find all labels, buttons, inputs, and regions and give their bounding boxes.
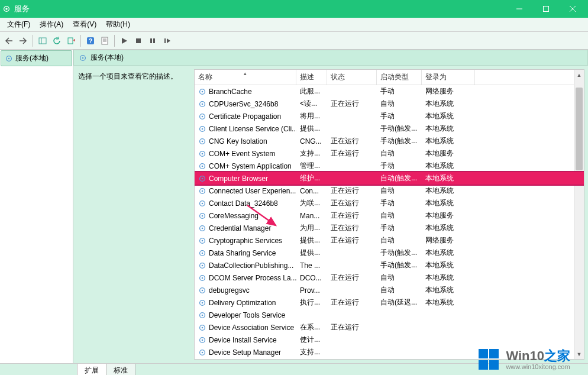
start-service-button[interactable] — [118, 34, 131, 47]
tree-item-services-local[interactable]: 服务(本地) — [1, 50, 72, 66]
service-row[interactable]: Delivery Optimization执行...正在运行自动(延迟...本地… — [195, 296, 584, 309]
help-button[interactable]: ? — [84, 34, 97, 47]
grid-body: BranchCache此服...手动网络服务CDPUserSvc_3246b8<… — [195, 85, 584, 359]
back-button[interactable] — [2, 34, 15, 47]
column-name[interactable]: 名称 — [195, 70, 296, 85]
window-title: 服务 — [14, 4, 506, 14]
forward-button[interactable] — [17, 34, 30, 47]
cell-desc: 管理... — [296, 160, 327, 172]
menu-action[interactable]: 操作(A) — [35, 18, 68, 31]
column-description[interactable]: 描述 — [296, 70, 327, 85]
cell-startup: 手动(触发... — [377, 259, 422, 271]
scroll-down-button[interactable]: ▼ — [574, 349, 584, 359]
service-row[interactable]: Contact Data_3246b8为联...正在运行手动本地系统 — [195, 197, 584, 209]
cell-state: 正在运行 — [327, 147, 377, 160]
service-row[interactable]: debugregsvcProv...自动本地系统 — [195, 284, 584, 296]
svg-text:?: ? — [89, 38, 92, 44]
cell-logon: 本地服务 — [422, 209, 475, 222]
cell-state — [327, 165, 377, 167]
scroll-up-button[interactable]: ▲ — [574, 70, 584, 80]
scroll-thumb[interactable] — [576, 88, 583, 170]
service-row[interactable]: CDPUserSvc_3246b8<读...正在运行自动本地系统 — [195, 98, 584, 110]
service-row[interactable]: Computer Browser维护...自动(触发...本地系统 — [195, 172, 584, 185]
show-hide-button[interactable] — [36, 34, 49, 47]
content-area: 服务(本地) 服务(本地) 选择一个项目来查看它的描述。 名称 描述 状态 启动… — [0, 50, 588, 363]
cell-startup: 手动 — [377, 110, 422, 122]
service-row[interactable]: CNG Key IsolationCNG...正在运行手动(触发...本地系统 — [195, 135, 584, 147]
cell-name: CNG Key Isolation — [195, 136, 296, 147]
gear-icon — [5, 54, 13, 63]
cell-startup: 自动 — [377, 209, 422, 222]
cell-name: Device Install Service — [195, 335, 296, 345]
maximize-button[interactable] — [532, 0, 559, 18]
svg-rect-15 — [136, 38, 141, 43]
pane-body: 选择一个项目来查看它的描述。 名称 描述 状态 启动类型 登录为 BranchC… — [73, 66, 588, 363]
cell-startup: 手动 — [377, 222, 422, 234]
menu-help[interactable]: 帮助(H) — [101, 18, 135, 31]
svg-point-46 — [202, 227, 203, 229]
service-row[interactable]: Certificate Propagation将用...手动本地系统 — [195, 110, 584, 122]
tab-extended[interactable]: 扩展 — [77, 364, 106, 375]
export-button[interactable] — [64, 34, 77, 47]
cell-startup: 自动 — [377, 284, 422, 296]
cell-desc: DCO... — [296, 273, 327, 283]
service-row[interactable]: COM+ System Application管理...手动本地系统 — [195, 160, 584, 172]
service-row[interactable]: DCOM Server Process La...DCO...正在运行自动本地系… — [195, 271, 584, 284]
svg-point-28 — [202, 115, 203, 117]
service-row[interactable]: CoreMessagingMan...正在运行自动本地服务 — [195, 209, 584, 222]
cell-state: 正在运行 — [327, 296, 377, 309]
service-row[interactable]: Device Association Service在系...正在运行 — [195, 321, 584, 334]
restart-service-button[interactable] — [160, 34, 173, 47]
service-row[interactable]: Cryptographic Services提供...正在运行自动网络服务 — [195, 234, 584, 247]
pause-service-button[interactable] — [146, 34, 159, 47]
menu-file[interactable]: 文件(F) — [2, 18, 35, 31]
cell-startup: 自动(延迟... — [377, 296, 422, 309]
svg-point-42 — [202, 202, 203, 204]
toolbar-separator — [33, 35, 33, 47]
cell-name: Credential Manager — [195, 223, 296, 234]
stop-service-button[interactable] — [132, 34, 145, 47]
menu-view[interactable]: 查看(V) — [68, 18, 101, 31]
vertical-scrollbar[interactable]: ▲ ▼ — [574, 70, 584, 359]
column-logon[interactable]: 登录为 — [422, 70, 475, 85]
tab-standard[interactable]: 标准 — [106, 364, 135, 375]
service-row[interactable]: Credential Manager为用...正在运行手动本地系统 — [195, 222, 584, 234]
cell-name: Certificate Propagation — [195, 111, 296, 122]
cell-name: Client License Service (Cli... — [195, 124, 296, 134]
cell-name: COM+ Event System — [195, 148, 296, 159]
svg-point-32 — [202, 140, 203, 142]
service-row[interactable]: Client License Service (Cli...提供...手动(触发… — [195, 122, 584, 135]
title-bar: 服务 — [0, 0, 588, 18]
service-row[interactable]: BranchCache此服...手动网络服务 — [195, 85, 584, 98]
minimize-button[interactable] — [506, 0, 532, 18]
svg-point-1 — [5, 8, 8, 10]
cell-state: 正在运行 — [327, 197, 377, 209]
cell-name: DCOM Server Process La... — [195, 273, 296, 283]
service-row[interactable]: Data Sharing Service提供...手动(触发...本地系统 — [195, 247, 584, 259]
properties-button[interactable] — [98, 34, 111, 47]
cell-name: DataCollectionPublishing... — [195, 260, 296, 271]
cell-logon: 本地服务 — [422, 147, 475, 160]
description-placeholder: 选择一个项目来查看它的描述。 — [78, 72, 177, 80]
svg-point-20 — [8, 57, 10, 59]
service-row[interactable]: Connected User Experien...Con...正在运行自动本地… — [195, 185, 584, 197]
svg-rect-8 — [68, 38, 73, 44]
cell-startup: 手动(触发... — [377, 122, 422, 135]
column-startup[interactable]: 启动类型 — [377, 70, 422, 85]
column-state[interactable]: 状态 — [327, 70, 377, 85]
service-row[interactable]: COM+ Event System支持...正在运行自动本地服务 — [195, 147, 584, 160]
cell-state: 正在运行 — [327, 185, 377, 197]
refresh-button[interactable] — [50, 34, 63, 47]
cell-startup: 手动 — [377, 85, 422, 98]
cell-startup — [377, 351, 422, 354]
cell-desc: 为用... — [296, 222, 327, 234]
cell-desc: 支持... — [296, 147, 327, 160]
service-row[interactable]: Device Install Service使计... — [195, 334, 584, 346]
svg-point-64 — [202, 339, 203, 341]
close-button[interactable] — [559, 0, 586, 18]
service-row[interactable]: Developer Tools Service — [195, 309, 584, 321]
cell-desc: 提供... — [296, 122, 327, 135]
service-row[interactable]: DataCollectionPublishing...The ...手动(触发.… — [195, 259, 584, 271]
svg-point-60 — [202, 314, 203, 316]
cell-logon: 本地系统 — [422, 172, 475, 185]
